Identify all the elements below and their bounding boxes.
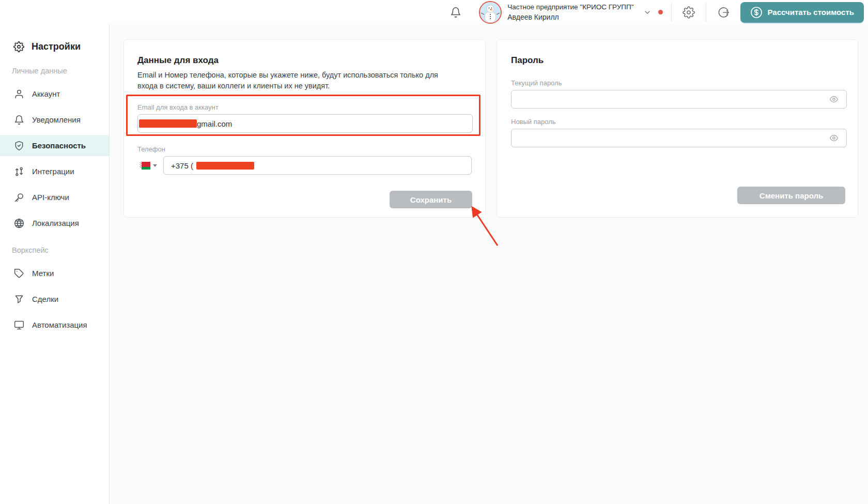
email-redaction: [139, 119, 197, 128]
sidebar-item-account[interactable]: Аккаунт: [0, 83, 109, 104]
sidebar-item-label: Автоматизация: [32, 320, 87, 329]
sidebar-item-label: API-ключи: [32, 193, 69, 202]
change-password-button[interactable]: Сменить пароль: [737, 187, 845, 204]
user-avatar[interactable]: [479, 1, 502, 24]
sidebar-item-automation[interactable]: Автоматизация: [0, 314, 109, 335]
integrations-icon: [14, 166, 24, 177]
password-card-title: Пароль: [511, 55, 844, 66]
sidebar-item-label: Аккаунт: [32, 89, 60, 98]
sidebar-title-label: Настройки: [32, 41, 81, 52]
sidebar-item-label: Локализация: [32, 219, 79, 227]
new-password-input[interactable]: [511, 129, 847, 147]
belarus-flag-icon: [140, 162, 150, 170]
phone-redaction: [196, 162, 254, 170]
header-divider: [706, 3, 706, 22]
new-password-label: Новый пароль: [511, 118, 844, 126]
section-workspace: Воркспейс: [12, 246, 109, 254]
globe-icon: [14, 218, 24, 228]
logout-icon[interactable]: [717, 6, 730, 19]
gear-icon: [13, 41, 24, 52]
user-name: Авдеев Кирилл: [507, 12, 633, 22]
login-data-card: Данные для входа Email и Номер телефона,…: [123, 39, 486, 218]
header-divider: [671, 3, 672, 22]
sidebar-item-api-keys[interactable]: API-ключи: [0, 187, 109, 208]
calculate-cost-button[interactable]: Рассчитать стоимость: [740, 2, 864, 23]
sidebar-item-security[interactable]: Безопасность: [0, 135, 109, 156]
key-icon: [14, 192, 24, 203]
chevron-down-icon[interactable]: [643, 8, 652, 17]
email-input[interactable]: gmail.com: [137, 114, 473, 133]
dollar-circle-icon: [750, 6, 763, 19]
settings-security-page: Частное предприятие "КРИОС ГРУПП" Авдеев…: [0, 0, 868, 504]
sidebar-item-label: Метки: [32, 269, 54, 278]
settings-sidebar: Настройки Личные данные Аккаунт Уведомле…: [0, 24, 110, 504]
password-card: Пароль Текущий пароль Новый пароль Смени…: [497, 39, 858, 218]
funnel-icon: [14, 294, 24, 304]
settings-gear-icon[interactable]: [683, 6, 695, 19]
email-label: Email для входа в аккаунт: [137, 103, 472, 111]
eye-icon[interactable]: [829, 134, 839, 142]
login-card-description: Email и Номер телефона, которые вы укаже…: [137, 70, 447, 91]
phone-prefix-text: +375 (: [171, 161, 193, 170]
country-flag-select[interactable]: [140, 162, 157, 170]
eye-icon[interactable]: [829, 95, 839, 103]
sidebar-item-tags[interactable]: Метки: [0, 263, 109, 284]
login-card-title: Данные для входа: [137, 55, 472, 66]
phone-label: Телефон: [137, 145, 472, 153]
email-visible-text: gmail.com: [197, 119, 232, 128]
bell-icon: [14, 115, 24, 125]
shield-check-icon: [14, 141, 24, 151]
current-password-label: Текущий пароль: [511, 79, 844, 87]
sidebar-item-label: Интеграции: [32, 167, 74, 176]
user-icon: [14, 89, 24, 99]
company-name: Частное предприятие "КРИОС ГРУПП": [507, 3, 633, 12]
main-content: Данные для входа Email и Номер телефона,…: [110, 24, 868, 504]
top-header: Частное предприятие "КРИОС ГРУПП" Авдеев…: [0, 0, 868, 24]
notifications-bell-icon[interactable]: [450, 7, 461, 18]
notification-dot: [658, 10, 663, 14]
sidebar-title: Настройки: [0, 39, 109, 54]
sidebar-item-deals[interactable]: Сделки: [0, 288, 109, 310]
phone-row: +375 (: [137, 156, 472, 175]
phone-input[interactable]: +375 (: [163, 156, 472, 175]
sidebar-item-label: Безопасность: [32, 141, 86, 150]
sidebar-item-integrations[interactable]: Интеграции: [0, 161, 109, 182]
sidebar-item-label: Уведомления: [32, 115, 81, 124]
sidebar-item-notifications[interactable]: Уведомления: [0, 109, 109, 130]
section-personal-data: Личные данные: [12, 67, 109, 75]
caret-down-icon: [153, 164, 157, 167]
calculate-cost-label: Рассчитать стоимость: [768, 8, 854, 17]
monitor-icon: [14, 320, 24, 330]
sidebar-item-localization[interactable]: Локализация: [0, 212, 109, 234]
account-info: Частное предприятие "КРИОС ГРУПП" Авдеев…: [507, 3, 633, 22]
tag-icon: [14, 268, 24, 279]
sidebar-item-label: Сделки: [32, 295, 58, 303]
save-button[interactable]: Сохранить: [390, 191, 472, 208]
current-password-input[interactable]: [511, 90, 847, 109]
